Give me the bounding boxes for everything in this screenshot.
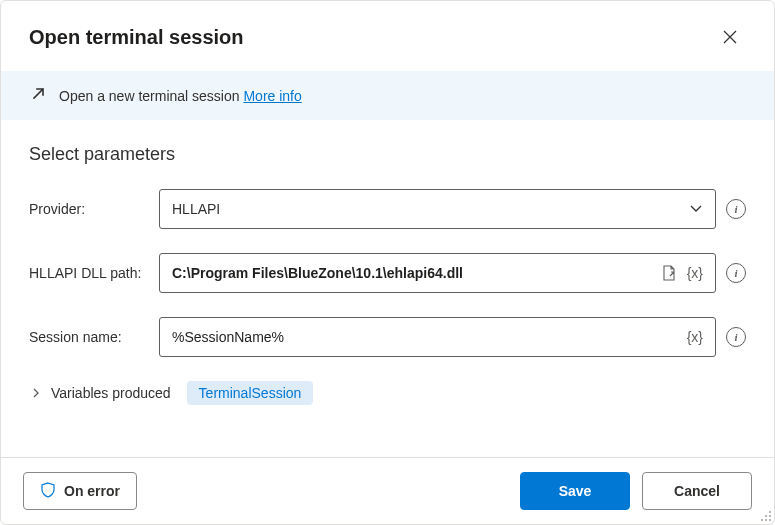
provider-help-icon[interactable]: i: [726, 199, 746, 219]
svg-point-2: [769, 515, 771, 517]
dllpath-field-wrap: {x}: [159, 253, 716, 293]
svg-point-3: [761, 519, 763, 521]
dllpath-help-icon[interactable]: i: [726, 263, 746, 283]
session-input[interactable]: [172, 329, 687, 345]
variables-produced-row[interactable]: Variables produced TerminalSession: [29, 381, 746, 405]
chevron-right-icon: [29, 386, 43, 400]
chevron-down-icon: [689, 201, 703, 218]
variable-picker-icon[interactable]: {x}: [687, 265, 703, 281]
banner-message: Open a new terminal session: [59, 88, 243, 104]
dllpath-row: HLLAPI DLL path: {x} i: [29, 253, 746, 293]
svg-point-1: [765, 515, 767, 517]
more-info-link[interactable]: More info: [243, 88, 301, 104]
close-button[interactable]: [714, 21, 746, 53]
shield-icon: [40, 482, 56, 501]
svg-point-0: [769, 511, 771, 513]
close-icon: [723, 30, 737, 44]
provider-select[interactable]: HLLAPI: [159, 189, 716, 229]
variable-pill[interactable]: TerminalSession: [187, 381, 314, 405]
provider-value: HLLAPI: [172, 201, 220, 217]
on-error-label: On error: [64, 483, 120, 499]
variable-picker-icon[interactable]: {x}: [687, 329, 703, 345]
session-label: Session name:: [29, 329, 159, 345]
cancel-button[interactable]: Cancel: [642, 472, 752, 510]
dllpath-input[interactable]: [172, 265, 659, 281]
provider-row: Provider: HLLAPI i: [29, 189, 746, 229]
svg-point-4: [765, 519, 767, 521]
dllpath-label: HLLAPI DLL path:: [29, 265, 159, 281]
browse-file-icon[interactable]: [659, 263, 679, 283]
section-heading: Select parameters: [29, 144, 746, 165]
dialog-content: Select parameters Provider: HLLAPI i HLL…: [1, 120, 774, 457]
resize-grip-icon[interactable]: [760, 510, 772, 522]
banner-text: Open a new terminal session More info: [59, 88, 302, 104]
dialog-header: Open terminal session: [1, 1, 774, 71]
session-row: Session name: {x} i: [29, 317, 746, 357]
session-field-wrap: {x}: [159, 317, 716, 357]
variables-label: Variables produced: [51, 385, 171, 401]
on-error-button[interactable]: On error: [23, 472, 137, 510]
provider-label: Provider:: [29, 201, 159, 217]
svg-point-5: [769, 519, 771, 521]
info-banner: Open a new terminal session More info: [1, 71, 774, 120]
open-external-icon: [29, 85, 47, 106]
save-button[interactable]: Save: [520, 472, 630, 510]
dialog-title: Open terminal session: [29, 26, 244, 49]
session-help-icon[interactable]: i: [726, 327, 746, 347]
dialog-footer: On error Save Cancel: [1, 457, 774, 524]
